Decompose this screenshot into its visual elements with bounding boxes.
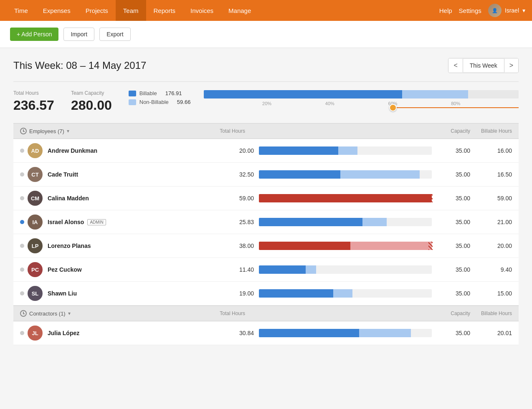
- nav-right: Help Settings 👤 Israel ▾: [439, 4, 525, 17]
- table-row[interactable]: SL Shawn Liu 19.00 35.00 15.00: [13, 282, 519, 305]
- nonbillable-swatch: [129, 99, 136, 105]
- capacity-stat: Team Capacity 280.00: [71, 90, 112, 113]
- nav-settings[interactable]: Settings: [459, 7, 481, 14]
- employee-name: Israel Alonso ADMIN: [48, 219, 220, 225]
- add-person-button[interactable]: + Add Person: [10, 28, 58, 41]
- employee-billable-hours: 59.00: [470, 195, 512, 202]
- nonbillable-bar: [402, 90, 468, 98]
- table-row[interactable]: JL Julia López 30.84 35.00 20.01: [13, 321, 519, 345]
- nonbillable-legend-value: 59.66: [177, 99, 191, 105]
- employees-group-label[interactable]: Employees (7): [29, 128, 64, 134]
- nav-manage[interactable]: Manage: [221, 0, 258, 21]
- main-nav: Time Expenses Projects Team Reports Invo…: [0, 0, 532, 21]
- admin-badge: ADMIN: [87, 219, 106, 225]
- avatar: PC: [28, 262, 43, 277]
- table-row[interactable]: AD Andrew Dunkman 20.00 35.00 16.00: [13, 139, 519, 163]
- export-button[interactable]: Export: [99, 28, 130, 41]
- employees-col-capacity: Capacity: [437, 128, 470, 134]
- avatar: LP: [28, 238, 43, 253]
- legend: Billable 176.91 Non-Billable 59.66: [129, 90, 191, 105]
- user-name: Israel: [505, 7, 519, 14]
- status-dot: [20, 149, 24, 153]
- nonbillable-legend: Non-Billable 59.66: [129, 99, 191, 105]
- status-dot: [20, 172, 24, 177]
- capacity-value: 280.00: [71, 98, 112, 113]
- nav-invoices[interactable]: Invoices: [183, 0, 221, 21]
- avatar: SL: [28, 286, 43, 301]
- employee-billable-hours: 20.00: [470, 242, 512, 249]
- employee-capacity: 35.00: [437, 147, 470, 154]
- employee-hours: 38.00: [220, 242, 254, 249]
- over-capacity-indicator: [428, 242, 433, 250]
- table-row[interactable]: PC Pez Cuckow 11.40 35.00 9.40: [13, 258, 519, 282]
- employee-name: Cade Truitt: [48, 171, 220, 178]
- employee-name: Andrew Dunkman: [48, 147, 220, 154]
- stats-row: Total Hours 236.57 Team Capacity 280.00 …: [13, 90, 519, 113]
- billable-legend-value: 176.91: [165, 90, 182, 96]
- employee-hours: 32.50: [220, 171, 254, 178]
- week-nav-label[interactable]: This Week: [463, 59, 504, 72]
- status-dot: [20, 196, 24, 200]
- employee-capacity: 35.00: [437, 219, 470, 225]
- contractors-col-total: Total Hours: [212, 311, 245, 316]
- nonbillable-legend-label: Non-Billable: [139, 99, 169, 105]
- employees-col-billable: Billable Hours: [470, 128, 512, 134]
- nav-projects[interactable]: Projects: [78, 0, 116, 21]
- employee-bar: [259, 170, 432, 179]
- employee-hours: 30.84: [220, 330, 254, 336]
- nav-time[interactable]: Time: [7, 0, 35, 21]
- nav-reports[interactable]: Reports: [146, 0, 183, 21]
- week-prev-button[interactable]: <: [448, 58, 462, 73]
- billable-swatch: [129, 91, 136, 96]
- table-row[interactable]: IA Israel Alonso ADMIN 25.83 35.00 21.00: [13, 210, 519, 234]
- status-dot: [20, 220, 24, 224]
- table-row[interactable]: CT Cade Truitt 32.50 35.00 16.50: [13, 163, 519, 187]
- billable-legend: Billable 176.91: [129, 90, 191, 96]
- employee-capacity: 35.00: [437, 290, 470, 297]
- avatar: IA: [28, 215, 43, 230]
- employee-bar: [259, 329, 432, 337]
- toolbar: + Add Person Import Export: [0, 21, 532, 48]
- main-content: This Week: 08 – 14 May 2017 < This Week …: [0, 48, 532, 409]
- employee-capacity: 35.00: [437, 330, 470, 336]
- week-next-button[interactable]: >: [504, 58, 518, 73]
- clock-icon: [20, 128, 27, 134]
- avatar: JL: [28, 326, 43, 341]
- nav-expenses[interactable]: Expenses: [35, 0, 78, 21]
- week-range-text: 08 – 14 May 2017: [66, 60, 146, 71]
- status-dot: [20, 291, 24, 295]
- employee-billable-hours: 16.50: [470, 171, 512, 178]
- slider-dot[interactable]: [389, 104, 397, 111]
- employee-capacity: 35.00: [437, 242, 470, 249]
- total-hours-value: 236.57: [13, 98, 54, 113]
- clock-icon-contractors: [20, 310, 27, 317]
- employee-billable-hours: 15.00: [470, 290, 512, 297]
- employee-bar: [259, 242, 432, 250]
- avatar: CT: [28, 167, 43, 182]
- contractors-col-billable: Billable Hours: [470, 311, 512, 316]
- table-row[interactable]: LP Lorenzo Planas 38.00 35.00 20.00: [13, 234, 519, 258]
- contractors-group-label[interactable]: Contractors (1): [29, 311, 66, 317]
- billable-bar: [204, 90, 402, 98]
- employee-billable-hours: 9.40: [470, 266, 512, 273]
- contractors-chevron[interactable]: ▾: [68, 311, 71, 316]
- nav-left: Time Expenses Projects Team Reports Invo…: [7, 0, 439, 21]
- status-dot: [20, 244, 24, 248]
- employees-chevron[interactable]: ▾: [67, 128, 69, 134]
- employee-hours: 25.83: [220, 219, 254, 225]
- contractors-group-title: Contractors (1) ▾: [20, 310, 212, 317]
- employees-group-header: Employees (7) ▾ Total Hours Capacity Bil…: [13, 123, 519, 139]
- employee-name: Lorenzo Planas: [48, 242, 220, 249]
- avatar: AD: [28, 143, 43, 158]
- week-header: This Week: 08 – 14 May 2017 < This Week …: [13, 58, 519, 73]
- employee-bar: [259, 218, 432, 226]
- avatar: CM: [28, 191, 43, 206]
- capacity-main-bar: [204, 90, 519, 98]
- employee-capacity: 35.00: [437, 266, 470, 273]
- nav-help[interactable]: Help: [439, 7, 452, 14]
- capacity-slider: [204, 105, 519, 110]
- import-button[interactable]: Import: [63, 28, 94, 41]
- nav-user[interactable]: 👤 Israel ▾: [488, 4, 525, 17]
- nav-team[interactable]: Team: [116, 0, 146, 21]
- table-row[interactable]: CM Calina Madden 59.00 35.00 59.00: [13, 187, 519, 210]
